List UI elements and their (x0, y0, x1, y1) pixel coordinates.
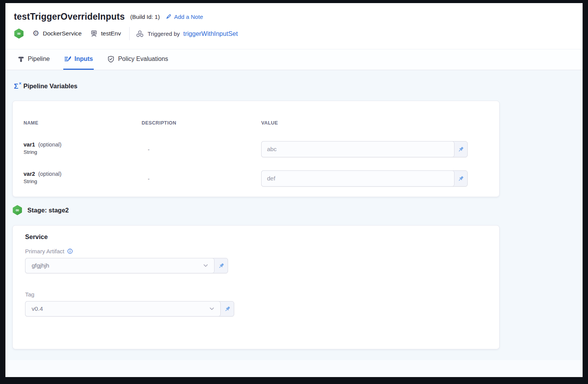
page-title: testTriggerOverrideInputs (14, 12, 125, 22)
tag-select[interactable]: v0.4 (25, 301, 221, 317)
environment-name-label[interactable]: testEnv (101, 30, 121, 37)
chevron-down-icon (203, 264, 208, 267)
svg-text:∞: ∞ (17, 30, 21, 36)
stage-heading: ∞ Stage: stage2 (12, 205, 69, 215)
primary-artifact-field: gfgjhjh (25, 258, 228, 273)
svg-text:∞: ∞ (15, 207, 19, 213)
cd-stage-icon: ∞ (12, 205, 22, 215)
trigger-link[interactable]: triggerWithInputSet (183, 30, 238, 37)
execution-meta: ∞ ⚙ DockerService testEnv (14, 27, 238, 40)
inputs-icon (64, 56, 71, 62)
variable-name: var1 (24, 141, 35, 148)
variable-type: String (24, 179, 61, 184)
tab-pipeline-label: Pipeline (28, 56, 50, 62)
column-header-name: NAME (24, 120, 38, 126)
variable-optional-label: (optional) (37, 171, 61, 177)
environment-icon (90, 30, 98, 37)
pipeline-variables-title: Pipeline Variables (23, 83, 77, 90)
info-icon[interactable] (67, 248, 73, 254)
build-id-label: (Build Id: 1) (130, 13, 160, 20)
tab-policy-evaluations-label: Policy Evaluations (118, 56, 168, 62)
variable-value-input[interactable] (261, 141, 455, 157)
primary-artifact-label: Primary Artifact (25, 248, 73, 254)
variable-optional-label: (optional) (37, 141, 61, 148)
tag-field: v0.4 (25, 301, 234, 317)
column-header-description: DESCRIPTION (142, 120, 176, 126)
tab-pipeline[interactable]: Pipeline (17, 49, 51, 70)
pencil-icon (165, 13, 172, 20)
execution-header: testTriggerOverrideInputs (Build Id: 1) … (14, 12, 203, 22)
pin-icon (458, 175, 464, 182)
pin-icon (458, 146, 464, 153)
add-note-button[interactable]: Add a Note (165, 13, 203, 20)
triggered-by-label: Triggered by (147, 30, 180, 37)
pin-button[interactable] (221, 301, 234, 316)
variable-row-name: var2 (optional) String (24, 171, 61, 184)
variable-description: - (148, 147, 150, 153)
meta-divider (129, 27, 130, 40)
tab-inputs[interactable]: Inputs (63, 49, 94, 70)
shield-check-icon (107, 56, 115, 63)
trigger-icon (136, 30, 144, 38)
service-card: Service Primary Artifact gfgjhjh (12, 225, 500, 349)
variable-description: - (148, 176, 150, 182)
variable-value-input[interactable] (261, 170, 455, 187)
add-note-label: Add a Note (174, 13, 203, 20)
pin-icon (218, 263, 225, 269)
cd-module-icon: ∞ (14, 29, 24, 39)
variable-value-field (261, 170, 468, 187)
content-bottom-strip (5, 360, 583, 377)
stage-title: Stage: stage2 (27, 207, 69, 214)
inputs-tab-content: Σ× Pipeline Variables NAME DESCRIPTION V… (5, 70, 583, 377)
pin-button[interactable] (455, 171, 467, 186)
pipeline-variables-heading: Σ× Pipeline Variables (14, 83, 78, 90)
variable-type: String (24, 149, 61, 155)
service-card-title: Service (25, 233, 48, 241)
pipeline-variables-card: NAME DESCRIPTION VALUE var1 (optional) S… (12, 101, 500, 197)
pin-button[interactable] (455, 141, 467, 157)
tab-inputs-label: Inputs (74, 56, 93, 62)
tab-bar: Pipeline Inputs (5, 49, 583, 70)
tag-label: Tag (25, 291, 34, 298)
pipeline-icon (18, 56, 24, 62)
variable-name: var2 (24, 171, 35, 177)
gear-icon: ⚙ (32, 29, 39, 37)
tab-policy-evaluations[interactable]: Policy Evaluations (106, 49, 169, 70)
variables-sigma-icon: Σ× (14, 83, 18, 90)
execution-page: testTriggerOverrideInputs (Build Id: 1) … (5, 3, 583, 377)
column-header-value: VALUE (261, 120, 278, 126)
primary-artifact-select[interactable]: gfgjhjh (25, 258, 215, 273)
chevron-down-icon (210, 307, 214, 310)
variable-value-field (261, 141, 468, 157)
pin-icon (224, 306, 231, 312)
variable-row-name: var1 (optional) String (24, 141, 61, 155)
service-name-label[interactable]: DockerService (43, 30, 82, 37)
pin-button[interactable] (215, 258, 228, 273)
